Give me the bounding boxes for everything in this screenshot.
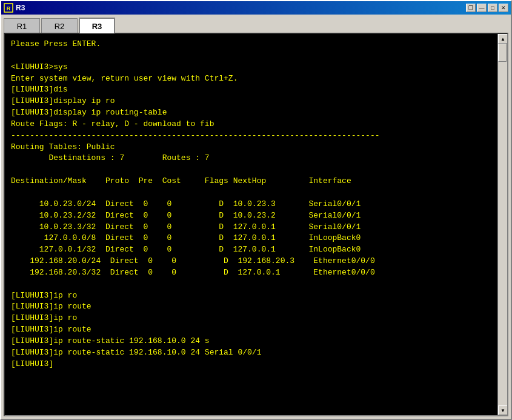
scroll-up-button[interactable]: ▲ xyxy=(498,34,508,44)
scroll-thumb[interactable] xyxy=(498,44,507,62)
scroll-down-button[interactable]: ▼ xyxy=(498,405,508,415)
title-bar-left: R R3 xyxy=(4,3,25,13)
main-window: R R3 ❐ — □ ✕ R1 R2 R3 Please Press ENTER… xyxy=(0,0,512,420)
window-title: R3 xyxy=(16,4,25,12)
restore-button[interactable]: ❐ xyxy=(466,4,476,12)
title-bar: R R3 ❐ — □ ✕ xyxy=(1,1,511,15)
scrollbar: ▲ ▼ xyxy=(497,34,507,415)
maximize-button[interactable]: □ xyxy=(488,4,497,12)
minimize-button[interactable]: — xyxy=(477,4,487,12)
svg-text:R: R xyxy=(7,5,11,12)
terminal-output[interactable]: Please Press ENTER. <LIUHUI3>sys Enter s… xyxy=(5,34,497,415)
tab-r2[interactable]: R2 xyxy=(41,18,78,34)
tab-r3[interactable]: R3 xyxy=(79,18,115,33)
close-button[interactable]: ✕ xyxy=(499,4,508,12)
scroll-track[interactable] xyxy=(498,44,507,405)
app-icon: R xyxy=(4,3,13,13)
tab-r1[interactable]: R1 xyxy=(4,18,40,34)
tabs-bar: R1 R2 R3 xyxy=(1,15,511,33)
content-area: Please Press ENTER. <LIUHUI3>sys Enter s… xyxy=(4,33,508,416)
title-bar-buttons: ❐ — □ ✕ xyxy=(466,4,508,12)
